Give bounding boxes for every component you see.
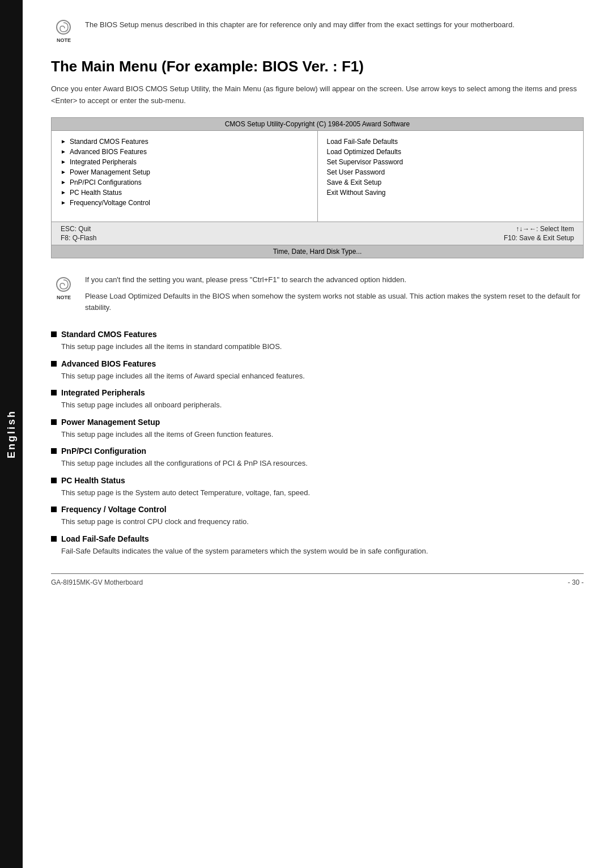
feature-title: Frequency / Voltage Control [51, 505, 584, 514]
note-bottom-para2: Please Load Optimized Defaults in the BI… [85, 291, 584, 314]
bios-left-item: ►Integrated Peripherals [61, 157, 308, 167]
bios-left-item: ►Standard CMOS Features [61, 137, 308, 147]
svg-text:NOTE: NOTE [57, 37, 71, 43]
feature-item: Integrated PeripheralsThis setup page in… [51, 388, 584, 411]
bios-arrow: ► [61, 169, 66, 175]
feature-desc: This setup page includes all the items o… [61, 429, 584, 440]
note-icon-top: NOTE [51, 17, 78, 44]
feature-title: Integrated Peripherals [51, 388, 584, 397]
note-icon-bottom: NOTE [51, 274, 78, 301]
bios-arrow: ► [61, 179, 66, 185]
feature-desc: This setup page is the System auto detec… [61, 487, 584, 499]
bios-left-item: ►PnP/PCI Configurations [61, 177, 308, 188]
bios-footer-save: F10: Save & Exit Setup [504, 234, 574, 242]
feature-item: PnP/PCI ConfigurationThis setup page inc… [51, 446, 584, 469]
feature-item: PC Health StatusThis setup page is the S… [51, 476, 584, 499]
feature-title: Standard CMOS Features [51, 330, 584, 339]
feature-desc: This setup page includes all the items o… [61, 371, 584, 382]
sidebar: English [0, 0, 23, 868]
feature-title-text: Power Management Setup [61, 418, 160, 427]
feature-title: Advanced BIOS Features [51, 359, 584, 368]
feature-bullet [51, 478, 57, 483]
bios-footer-select: ↑↓→←: Select Item [516, 225, 574, 233]
note-bottom-box: NOTE If you can't find the setting you w… [51, 274, 584, 318]
bios-table-body: ►Standard CMOS Features►Advanced BIOS Fe… [52, 131, 583, 222]
feature-title: Load Fail-Safe Defaults [51, 534, 584, 543]
main-content: NOTE The BIOS Setup menus described in t… [23, 0, 612, 609]
feature-title: Power Management Setup [51, 418, 584, 427]
note-top-box: NOTE The BIOS Setup menus described in t… [51, 17, 584, 44]
svg-text:NOTE: NOTE [57, 295, 71, 300]
bios-table-header: CMOS Setup Utility-Copyright (C) 1984-20… [52, 118, 583, 131]
bios-arrow: ► [61, 148, 66, 155]
feature-title-text: PnP/PCI Configuration [61, 446, 146, 456]
feature-bullet [51, 331, 57, 337]
note-bottom-text: If you can't find the setting you want, … [85, 274, 584, 318]
feature-bullet [51, 419, 57, 425]
note-top-text: The BIOS Setup menus described in this c… [85, 17, 515, 31]
note-bottom-para1: If you can't find the setting you want, … [85, 274, 584, 286]
bios-footer-qflash: F8: Q-Flash [61, 234, 96, 242]
feature-title: PnP/PCI Configuration [51, 446, 584, 456]
feature-item: Advanced BIOS FeaturesThis setup page in… [51, 359, 584, 382]
bios-right-item: Exit Without Saving [327, 188, 575, 198]
bios-right-item: Load Fail-Safe Defaults [327, 137, 575, 147]
feature-item: Standard CMOS FeaturesThis setup page in… [51, 330, 584, 352]
bios-right-item: Load Optimized Defaults [327, 147, 575, 157]
feature-desc: This setup page includes all the configu… [61, 458, 584, 469]
bios-arrow: ► [61, 199, 66, 206]
feature-bullet [51, 507, 57, 512]
sidebar-label: English [6, 410, 18, 458]
feature-bullet [51, 448, 57, 454]
feature-title-text: Load Fail-Safe Defaults [61, 534, 149, 543]
feature-desc: This setup page includes all onboard per… [61, 399, 584, 411]
main-heading: The Main Menu (For example: BIOS Ver. : … [51, 58, 584, 75]
bios-left-item: ►Frequency/Voltage Control [61, 198, 308, 208]
bios-right-item: Save & Exit Setup [327, 177, 575, 188]
bios-table-bottom: Time, Date, Hard Disk Type... [52, 245, 583, 258]
feature-title-text: Advanced BIOS Features [61, 359, 156, 368]
bios-arrow: ► [61, 159, 66, 165]
feature-title-text: Integrated Peripherals [61, 388, 145, 397]
feature-desc: This setup page includes all the items i… [61, 341, 584, 352]
feature-desc: This setup page is control CPU clock and… [61, 516, 584, 527]
page-footer: GA-8I915MK-GV Motherboard - 30 - [51, 573, 584, 586]
feature-item: Load Fail-Safe DefaultsFail-Safe Default… [51, 534, 584, 557]
bios-footer-row-2: F8: Q-Flash F10: Save & Exit Setup [61, 233, 574, 242]
feature-list: Standard CMOS FeaturesThis setup page in… [51, 330, 584, 556]
bios-right-column: Load Fail-Safe DefaultsLoad Optimized De… [318, 131, 584, 222]
feature-item: Power Management SetupThis setup page in… [51, 418, 584, 440]
feature-bullet [51, 361, 57, 367]
feature-desc: Fail-Safe Defaults indicates the value o… [61, 546, 584, 557]
bios-left-column: ►Standard CMOS Features►Advanced BIOS Fe… [52, 131, 318, 222]
bios-left-item: ►Power Management Setup [61, 167, 308, 177]
bios-arrow: ► [61, 189, 66, 195]
bios-arrow: ► [61, 138, 66, 144]
intro-paragraph: Once you enter Award BIOS CMOS Setup Uti… [51, 83, 584, 107]
feature-item: Frequency / Voltage ControlThis setup pa… [51, 505, 584, 527]
bios-right-item: Set User Password [327, 167, 575, 177]
feature-title-text: PC Health Status [61, 476, 125, 485]
feature-title-text: Standard CMOS Features [61, 330, 157, 339]
feature-bullet [51, 390, 57, 395]
bios-left-item: ►PC Health Status [61, 188, 308, 198]
bios-right-item: Set Supervisor Password [327, 157, 575, 167]
feature-title-text: Frequency / Voltage Control [61, 505, 167, 514]
feature-title: PC Health Status [51, 476, 584, 485]
bios-table: CMOS Setup Utility-Copyright (C) 1984-20… [51, 117, 584, 258]
bios-footer-row-1: ESC: Quit ↑↓→←: Select Item [61, 224, 574, 233]
bios-footer-esc: ESC: Quit [61, 225, 91, 233]
footer-right: - 30 - [568, 578, 584, 586]
bios-table-footer: ESC: Quit ↑↓→←: Select Item F8: Q-Flash … [52, 222, 583, 245]
feature-bullet [51, 536, 57, 542]
footer-left: GA-8I915MK-GV Motherboard [51, 578, 143, 586]
bios-left-item: ►Advanced BIOS Features [61, 147, 308, 157]
